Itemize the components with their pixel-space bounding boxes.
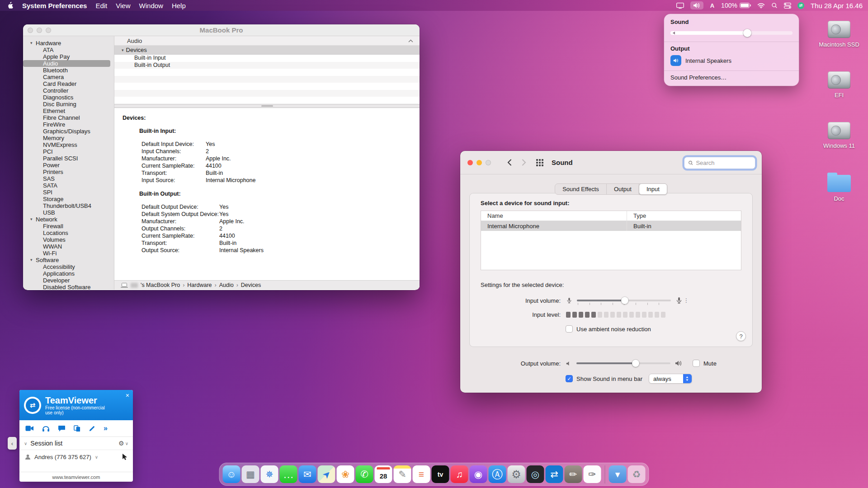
- sidebar-item[interactable]: ▾ Memory: [23, 135, 114, 141]
- sidebar-item[interactable]: ▾ Thunderbolt/USB4: [23, 202, 114, 209]
- sidebar-item[interactable]: ▾ Accessibility: [23, 263, 114, 270]
- mute-checkbox[interactable]: [693, 360, 700, 367]
- sound-preferences-link[interactable]: Sound Preferences…: [670, 74, 793, 82]
- sidebar-item[interactable]: ▾ Wi-Fi: [23, 250, 114, 257]
- dock-item-textedit[interactable]: ✑: [584, 465, 601, 483]
- menu[interactable]: Help: [172, 2, 186, 9]
- teamviewer-menubar-icon[interactable]: ⇄: [797, 2, 804, 9]
- display-icon[interactable]: [676, 3, 684, 9]
- disclosure-triangle-icon[interactable]: ▾: [30, 40, 36, 47]
- column-header-type[interactable]: Type: [627, 211, 741, 221]
- dock-item-maps[interactable]: ➤: [318, 465, 335, 483]
- volume-icon[interactable]: [690, 1, 703, 9]
- sidebar-item[interactable]: ▾ Diagnostics: [23, 94, 114, 101]
- sidebar-item[interactable]: ▾ FireWire: [23, 121, 114, 128]
- sidebar-item[interactable]: ▾ Graphics/Displays: [23, 128, 114, 135]
- dock-item-facetime[interactable]: ✆: [356, 465, 373, 483]
- title-bar[interactable]: MacBook Pro: [23, 24, 420, 36]
- close-button[interactable]: [467, 160, 473, 165]
- teamviewer-footer-link[interactable]: www.teamviewer.com: [19, 472, 133, 482]
- device-row[interactable]: Internal Microphone Built-in: [481, 221, 741, 231]
- device-row[interactable]: Built-in Output: [114, 62, 420, 69]
- disclosure-triangle-icon[interactable]: ▾: [30, 257, 36, 263]
- sidebar-item[interactable]: ▾ Locations: [23, 230, 114, 236]
- dock-item-system-preferences[interactable]: ⚙: [508, 465, 525, 483]
- splitter-grip[interactable]: [261, 105, 273, 107]
- dock-item-launchpad[interactable]: ▦: [242, 465, 259, 483]
- search-field[interactable]: [684, 157, 755, 169]
- output-volume-slider[interactable]: [576, 359, 670, 367]
- desktop-icon-efi[interactable]: EFI: [816, 71, 862, 99]
- device-row[interactable]: Built-in Input: [114, 55, 420, 62]
- dock-item-teamviewer[interactable]: ⇄: [546, 465, 563, 483]
- battery-status[interactable]: 100%: [721, 2, 751, 9]
- apple-menu[interactable]: [7, 2, 14, 9]
- sidebar-item[interactable]: ▾ Card Reader: [23, 80, 114, 87]
- show-all-grid-icon[interactable]: [536, 159, 543, 166]
- dock-item-photos[interactable]: ❀: [337, 465, 354, 483]
- sidebar-item[interactable]: ▾ Parallel SCSI: [23, 155, 114, 162]
- dock-item-finder[interactable]: ☺: [223, 465, 241, 483]
- sidebar-item[interactable]: ▾ Disabled Software: [23, 284, 114, 290]
- toolbar[interactable]: Sound: [460, 151, 762, 174]
- tab-sound-effects[interactable]: Sound Effects: [555, 184, 607, 194]
- sidebar-item[interactable]: ▾ NVMExpress: [23, 141, 114, 148]
- dock-item-gimp[interactable]: ✏: [565, 465, 582, 483]
- sidebar-item[interactable]: ▾ Applications: [23, 270, 114, 277]
- sidebar-item[interactable]: ▾ Ethernet: [23, 108, 114, 114]
- chat-icon[interactable]: [58, 425, 66, 432]
- app-menu[interactable]: System Preferences: [22, 2, 87, 9]
- dock-item-app-store[interactable]: Ⓐ: [489, 465, 506, 483]
- sidebar-item[interactable]: ▾ Firewall: [23, 223, 114, 230]
- more-icon[interactable]: »: [104, 424, 108, 432]
- session-list-row[interactable]: ∨ Session list ⚙∨: [19, 437, 133, 450]
- session-settings-gear-icon[interactable]: ⚙∨: [118, 440, 128, 447]
- dock-item-separator[interactable]: [605, 465, 605, 483]
- disclosure-triangle-icon[interactable]: ▾: [30, 216, 36, 223]
- minimize-button[interactable]: [476, 160, 482, 165]
- dock-item-safari[interactable]: ✵: [261, 465, 278, 483]
- remote-cursor-icon[interactable]: [122, 454, 127, 460]
- close-icon[interactable]: ×: [126, 392, 129, 399]
- devices-group-row[interactable]: ▾ Devices: [114, 46, 420, 55]
- sidebar-item[interactable]: ▾ Audio: [23, 60, 110, 67]
- sidebar-item[interactable]: ▾ Disc Burning: [23, 101, 114, 108]
- input-volume-slider[interactable]: [577, 296, 671, 305]
- file-transfer-icon[interactable]: [74, 425, 80, 432]
- menu[interactable]: Edit: [95, 2, 107, 9]
- show-sound-select[interactable]: always: [649, 374, 692, 384]
- sidebar-item[interactable]: ▾ Volumes: [23, 236, 114, 243]
- spotlight-icon[interactable]: [771, 2, 778, 9]
- column-header-name[interactable]: Name: [481, 211, 627, 221]
- sidebar-item[interactable]: ▾ Camera: [23, 74, 114, 80]
- desktop-icon-doc[interactable]: Doc: [816, 173, 862, 202]
- desktop-icon-macintosh-ssd[interactable]: Macintosh SSD: [816, 21, 862, 48]
- sidebar-item[interactable]: ▾ Fibre Channel: [23, 114, 114, 121]
- ambient-noise-checkbox[interactable]: [566, 325, 573, 333]
- sidebar-item[interactable]: ▾ Controller: [23, 87, 114, 94]
- dock-item-downloads[interactable]: ▾: [609, 465, 627, 483]
- keyboard-input-icon[interactable]: A: [710, 2, 715, 9]
- video-icon[interactable]: [25, 425, 34, 432]
- dock-item-photo-booth[interactable]: ◎: [527, 465, 544, 483]
- show-sound-menubar-checkbox[interactable]: [566, 375, 573, 382]
- sidebar-item[interactable]: ▾ Software: [23, 257, 114, 263]
- sidebar-item[interactable]: ▾ Network: [23, 216, 114, 223]
- menu-bar-clock[interactable]: Thu 28 Apr 16.46: [811, 2, 863, 9]
- dock-item-notes[interactable]: ✎: [394, 465, 411, 483]
- wifi-icon[interactable]: [757, 3, 765, 9]
- back-button[interactable]: [507, 159, 512, 166]
- slider-knob[interactable]: [621, 297, 628, 304]
- partner-row[interactable]: Andres (776 375 627) ∨: [19, 450, 133, 464]
- desktop-icon-windows-11[interactable]: Windows 11: [816, 122, 862, 149]
- sidebar-item[interactable]: ▾ Hardware: [23, 40, 114, 47]
- dock-item-mail[interactable]: ✉: [299, 465, 316, 483]
- sidebar-item[interactable]: ▾ Apple Pay: [23, 53, 114, 60]
- dock-item-messages[interactable]: …: [280, 465, 297, 483]
- control-center-icon[interactable]: [784, 3, 791, 9]
- whiteboard-icon[interactable]: [89, 425, 95, 432]
- splitter[interactable]: [114, 104, 420, 108]
- chevron-down-icon[interactable]: ∨: [95, 455, 98, 460]
- sidebar-item[interactable]: ▾ ATA: [23, 47, 114, 53]
- sidebar-item[interactable]: ▾ SATA: [23, 182, 114, 189]
